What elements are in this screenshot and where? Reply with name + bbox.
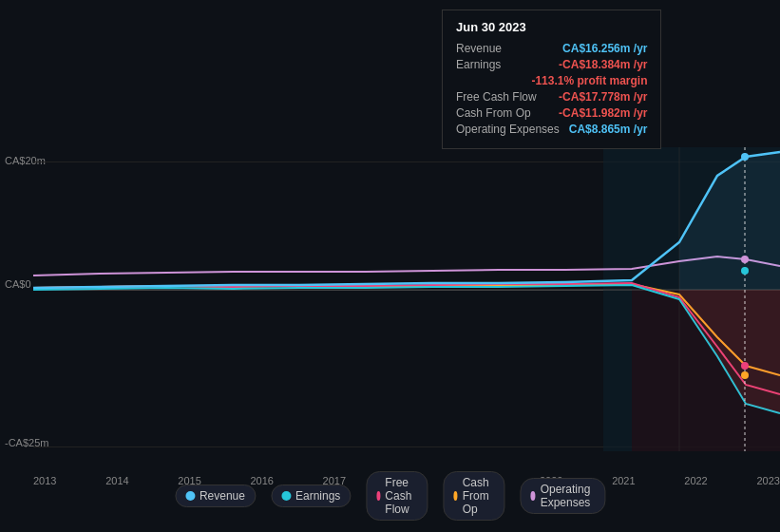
legend-item-cash-from-op[interactable]: Cash From Op bbox=[443, 471, 504, 521]
tooltip-earnings-label: Earnings bbox=[456, 58, 501, 71]
tooltip-revenue-label: Revenue bbox=[456, 42, 502, 55]
chart-legend: Revenue Earnings Free Cash Flow Cash Fro… bbox=[175, 471, 605, 521]
chart-svg bbox=[33, 147, 780, 451]
tooltip-opex-row: Operating Expenses CA$8.865m /yr bbox=[456, 123, 647, 136]
legend-dot-fcf bbox=[376, 491, 380, 501]
legend-dot-opex bbox=[530, 491, 535, 501]
legend-label-fcf: Free Cash Flow bbox=[385, 476, 417, 516]
legend-dot-revenue bbox=[185, 491, 195, 501]
cashop-point bbox=[741, 371, 749, 379]
chart-container: Jun 30 2023 Revenue CA$16.256m /yr Earni… bbox=[0, 0, 780, 532]
tooltip-fcf-value: -CA$17.778m /yr bbox=[559, 90, 647, 104]
opex-point bbox=[741, 256, 749, 263]
legend-item-opex[interactable]: Operating Expenses bbox=[520, 478, 605, 514]
tooltip-profit-margin: -113.1% profit margin bbox=[531, 74, 647, 87]
x-label-2013: 2013 bbox=[33, 475, 56, 486]
tooltip-earnings-value: -CA$18.384m /yr bbox=[559, 58, 647, 71]
tooltip-revenue-value: CA$16.256m /yr bbox=[562, 42, 647, 55]
legend-dot-earnings bbox=[281, 491, 291, 501]
x-label-2023: 2023 bbox=[756, 475, 779, 486]
tooltip-fcf-label: Free Cash Flow bbox=[456, 90, 537, 104]
tooltip-date: Jun 30 2023 bbox=[456, 20, 647, 34]
legend-dot-cash-from-op bbox=[453, 491, 457, 501]
y-label-mid: CA$0 bbox=[5, 278, 31, 290]
legend-label-cash-from-op: Cash From Op bbox=[463, 476, 495, 516]
legend-item-revenue[interactable]: Revenue bbox=[175, 484, 256, 507]
legend-item-earnings[interactable]: Earnings bbox=[271, 484, 351, 507]
tooltip-cashop-label: Cash From Op bbox=[456, 106, 531, 120]
tooltip-profit-margin-row: -113.1% profit margin bbox=[456, 74, 647, 87]
x-label-2021: 2021 bbox=[612, 475, 635, 486]
tooltip-box: Jun 30 2023 Revenue CA$16.256m /yr Earni… bbox=[442, 10, 661, 149]
revenue-point bbox=[741, 153, 749, 161]
earnings-point bbox=[741, 267, 749, 275]
tooltip-cashop-row: Cash From Op -CA$11.982m /yr bbox=[456, 106, 647, 120]
tooltip-fcf-row: Free Cash Flow -CA$17.778m /yr bbox=[456, 90, 647, 104]
tooltip-revenue-row: Revenue CA$16.256m /yr bbox=[456, 42, 647, 55]
tooltip-cashop-value: -CA$11.982m /yr bbox=[559, 106, 647, 120]
tooltip-opex-label: Operating Expenses bbox=[456, 123, 560, 136]
fcf-point bbox=[741, 362, 749, 370]
legend-item-fcf[interactable]: Free Cash Flow bbox=[366, 471, 428, 521]
legend-label-opex: Operating Expenses bbox=[541, 483, 595, 509]
tooltip-opex-value: CA$8.865m /yr bbox=[569, 123, 648, 136]
legend-label-revenue: Revenue bbox=[200, 489, 245, 503]
legend-label-earnings: Earnings bbox=[295, 489, 340, 503]
tooltip-earnings-row: Earnings -CA$18.384m /yr bbox=[456, 58, 647, 71]
x-label-2022: 2022 bbox=[684, 475, 707, 486]
x-label-2014: 2014 bbox=[105, 475, 128, 486]
